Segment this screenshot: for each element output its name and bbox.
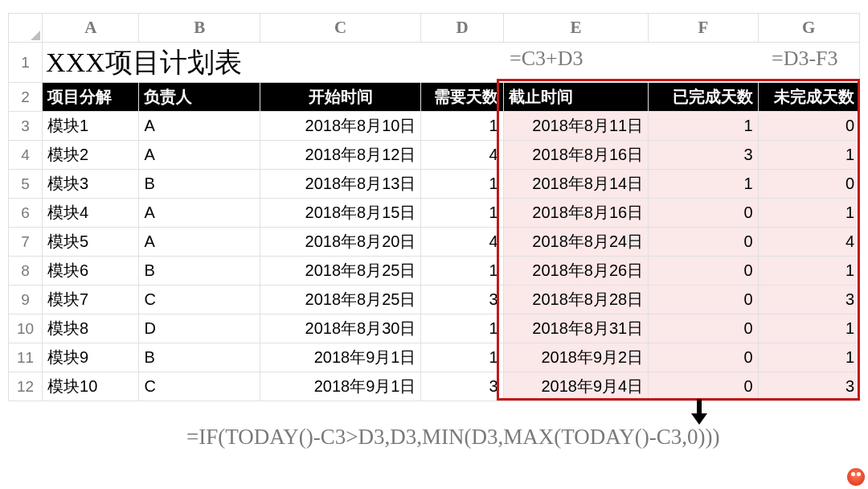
cell-days-left[interactable]: 1 [758,314,859,343]
cell-start[interactable]: 2018年9月1日 [260,343,421,372]
cell-days-needed[interactable]: 1 [421,343,503,372]
cell-start[interactable]: 2018年8月30日 [260,314,421,343]
cell-owner[interactable]: A [139,141,260,170]
row-header-6[interactable]: 6 [9,199,43,228]
cell-project[interactable]: 模块2 [43,141,139,170]
cell-days-needed[interactable]: 1 [421,257,503,286]
cell-project[interactable]: 模块6 [43,257,139,286]
row-header-8[interactable]: 8 [9,257,43,286]
row-header-11[interactable]: 11 [9,343,43,372]
th-days-left[interactable]: 未完成天数 [758,83,859,112]
cell-days-done[interactable]: 0 [649,199,758,228]
col-header-C[interactable]: C [260,14,421,43]
cell-project[interactable]: 模块9 [43,343,139,372]
cell-days-left[interactable]: 1 [758,343,859,372]
col-header-A[interactable]: A [43,14,139,43]
cell-days-needed[interactable]: 1 [421,170,503,199]
cell-start[interactable]: 2018年8月13日 [260,170,421,199]
cell-owner[interactable]: A [139,112,260,141]
cell-deadline[interactable]: 2018年8月16日 [503,199,649,228]
cell-days-needed[interactable]: 1 [421,112,503,141]
cell-owner[interactable]: C [139,372,260,401]
cell-days-left[interactable]: 0 [758,112,859,141]
col-header-E[interactable]: E [503,14,649,43]
cell-days-needed[interactable]: 4 [421,141,503,170]
cell-project[interactable]: 模块5 [43,228,139,257]
cell-days-needed[interactable]: 1 [421,199,503,228]
cell-owner[interactable]: A [139,199,260,228]
col-header-B[interactable]: B [139,14,260,43]
cell-days-done[interactable]: 0 [649,343,758,372]
cell-project[interactable]: 模块3 [43,170,139,199]
th-days-done[interactable]: 已完成天数 [649,83,758,112]
cell-start[interactable]: 2018年9月1日 [260,372,421,401]
cell-days-left[interactable]: 1 [758,141,859,170]
cell-days-left[interactable]: 4 [758,228,859,257]
cell-owner[interactable]: B [139,257,260,286]
row-header-10[interactable]: 10 [9,314,43,343]
th-days-needed[interactable]: 需要天数 [421,83,503,112]
cell-deadline[interactable]: 2018年8月28日 [503,286,649,314]
cell-owner[interactable]: C [139,286,260,314]
table-row: 7模块5A2018年8月20日42018年8月24日04 [9,228,860,257]
cell-deadline[interactable]: 2018年8月14日 [503,170,649,199]
cell-start[interactable]: 2018年8月25日 [260,257,421,286]
cell-days-needed[interactable]: 3 [421,372,503,401]
cell-owner[interactable]: A [139,228,260,257]
cell-project[interactable]: 模块7 [43,286,139,314]
cell-days-done[interactable]: 3 [649,141,758,170]
th-project[interactable]: 项目分解 [43,83,139,112]
cell-owner[interactable]: D [139,314,260,343]
cell-days-needed[interactable]: 3 [421,286,503,314]
cell-start[interactable]: 2018年8月10日 [260,112,421,141]
row-header-5[interactable]: 5 [9,170,43,199]
row-header-2[interactable]: 2 [9,83,43,112]
col-header-F[interactable]: F [649,14,758,43]
col-header-D[interactable]: D [421,14,503,43]
cell-owner[interactable]: B [139,343,260,372]
cell-start[interactable]: 2018年8月25日 [260,286,421,314]
cell-days-done[interactable]: 0 [649,286,758,314]
cell-days-left[interactable]: 1 [758,257,859,286]
row-header-12[interactable]: 12 [9,372,43,401]
cell-days-left[interactable]: 3 [758,372,859,401]
cell-days-left[interactable]: 0 [758,170,859,199]
th-deadline[interactable]: 截止时间 [503,83,649,112]
cell-deadline[interactable]: 2018年8月24日 [503,228,649,257]
cell-start[interactable]: 2018年8月12日 [260,141,421,170]
cell-days-done[interactable]: 0 [649,314,758,343]
cell-days-done[interactable]: 0 [649,257,758,286]
cell-start[interactable]: 2018年8月20日 [260,228,421,257]
table-row: 9模块7C2018年8月25日32018年8月28日03 [9,286,860,314]
row-header-4[interactable]: 4 [9,141,43,170]
cell-start[interactable]: 2018年8月15日 [260,199,421,228]
cell-days-needed[interactable]: 1 [421,314,503,343]
row-header-7[interactable]: 7 [9,228,43,257]
cell-project[interactable]: 模块4 [43,199,139,228]
cell-owner[interactable]: B [139,170,260,199]
col-header-G[interactable]: G [758,14,859,43]
cell-days-left[interactable]: 3 [758,286,859,314]
th-owner[interactable]: 负责人 [139,83,260,112]
cell-days-done[interactable]: 1 [649,170,758,199]
cell-deadline[interactable]: 2018年8月31日 [503,314,649,343]
cell-deadline[interactable]: 2018年8月16日 [503,141,649,170]
cell-days-done[interactable]: 0 [649,228,758,257]
th-start[interactable]: 开始时间 [260,83,421,112]
cell-days-done[interactable]: 1 [649,112,758,141]
cell-project[interactable]: 模块1 [43,112,139,141]
page-title[interactable]: XXX项目计划表 [43,43,860,83]
row-header-3[interactable]: 3 [9,112,43,141]
row-header-9[interactable]: 9 [9,286,43,314]
cell-days-done[interactable]: 0 [649,372,758,401]
cell-days-needed[interactable]: 4 [421,228,503,257]
cell-project[interactable]: 模块8 [43,314,139,343]
cell-project[interactable]: 模块10 [43,372,139,401]
select-all-corner[interactable] [9,14,43,43]
cell-deadline[interactable]: 2018年9月2日 [503,343,649,372]
cell-deadline[interactable]: 2018年8月11日 [503,112,649,141]
cell-days-left[interactable]: 1 [758,199,859,228]
cell-deadline[interactable]: 2018年8月26日 [503,257,649,286]
row-header-1[interactable]: 1 [9,43,43,83]
cell-deadline[interactable]: 2018年9月4日 [503,372,649,401]
